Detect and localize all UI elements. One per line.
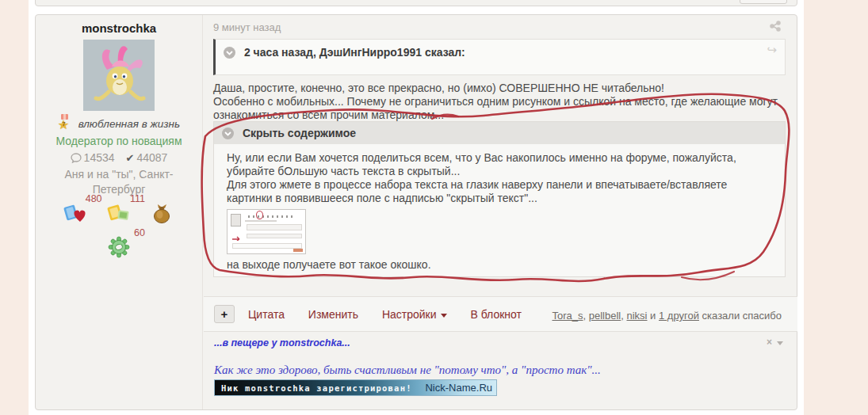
- signature-quote: Как же это здорово, быть счастливым не "…: [214, 364, 601, 377]
- thanks-user-link[interactable]: Tora_s: [553, 310, 583, 322]
- nickname-banner-brand: Nick-Name.Ru: [425, 382, 496, 394]
- forum-page: monstrochka: [0, 0, 868, 415]
- post-body-text: Даша, простите, конечно, это все прекрас…: [213, 82, 798, 122]
- reputation-check-icon: ✔: [126, 152, 135, 164]
- spoiler-paragraph-3: на выходе получаете вот такое окошко.: [227, 258, 772, 272]
- folder-award-count: 111: [130, 193, 145, 204]
- comments-count: 14534: [84, 151, 115, 164]
- nickname-banner-link[interactable]: Ник monstrochka зарегистрирован! Nick-Na…: [214, 379, 497, 396]
- avatar[interactable]: [83, 40, 155, 111]
- quote-toggle-chevron-icon[interactable]: [224, 47, 235, 59]
- signature-area: ...в пещере у monstrochka... × Как же эт…: [204, 331, 797, 409]
- signature-close-icon[interactable]: ×: [767, 337, 772, 348]
- quote-header: 2 часа назад, ДэшИнгНирро1991 сказал:: [224, 46, 465, 59]
- gear-award-icon: 60: [105, 234, 132, 261]
- author-username-link[interactable]: monstrochka: [36, 21, 202, 35]
- thanks-others-link[interactable]: 1 другой: [659, 310, 699, 322]
- share-icon[interactable]: [769, 20, 782, 32]
- quote-reply-arrow-icon[interactable]: ↪: [767, 43, 777, 57]
- member-title-label: влюбленная в жизнь: [78, 118, 181, 130]
- folder-award-icon: 111: [105, 200, 132, 227]
- thanks-user-link[interactable]: niksi: [626, 310, 647, 322]
- notebook-action-link[interactable]: В блокнот: [470, 308, 521, 321]
- options-dropdown[interactable]: Настройки: [382, 308, 447, 321]
- quote-title: 2 часа назад, ДэшИнгНирро1991 сказал:: [244, 46, 465, 59]
- reputation-plus-button[interactable]: +: [214, 305, 235, 323]
- spoiler-block: Скрыть содержимое Ну, или если Вам хочет…: [213, 121, 786, 277]
- thanks-user-link[interactable]: pellbell: [589, 310, 621, 322]
- spoiler-body: Ну, или если Вам хочется поделиться всем…: [214, 144, 785, 276]
- page-background-right: [804, 0, 868, 415]
- awards-row: 480 111: [36, 200, 202, 230]
- member-role: Модератор по новациям: [36, 135, 202, 147]
- previous-post-button-edge: [740, 0, 787, 4]
- forum-post: monstrochka: [35, 14, 797, 410]
- medal-icon: ★ 7: [58, 116, 72, 131]
- spoiler-title: Скрыть содержимое: [243, 127, 356, 139]
- member-location: Аня и на "ты", Санкт- Петербург: [36, 167, 202, 197]
- signature-collapse-icon[interactable]: [777, 341, 783, 345]
- spoiler-header[interactable]: Скрыть содержимое: [214, 122, 785, 144]
- spoiler-paragraph-2: Для этого жмете в процессе набора текста…: [227, 178, 772, 205]
- previous-post-edge: [35, 0, 797, 6]
- post-content: 9 минут назад 2 часа назад, ДэшИнгНирро1…: [204, 15, 797, 409]
- page-background-left: [0, 0, 29, 415]
- spoiler-paragraph-1: Ну, или если Вам хочется поделиться всем…: [227, 151, 772, 178]
- heart-award-count: 480: [86, 193, 102, 204]
- quote-action-link[interactable]: Цитата: [248, 308, 285, 321]
- member-title: ★ 7 влюбленная в жизнь: [36, 116, 202, 131]
- heart-award-icon: 480: [63, 200, 90, 227]
- moneybag-award-icon: [148, 200, 175, 227]
- comments-icon: [71, 153, 82, 163]
- edit-action-link[interactable]: Изменить: [308, 308, 358, 321]
- author-sidebar: monstrochka: [36, 15, 203, 409]
- gear-award-row: 60: [36, 234, 202, 264]
- spoiler-toggle-chevron-icon[interactable]: [222, 128, 234, 139]
- signature-title-link[interactable]: ...в пещере у monstrochka...: [214, 337, 350, 348]
- thumbnail-red-arrow: [231, 235, 244, 241]
- post-controls: + Цитата Изменить Настройки В блокнот To…: [204, 296, 797, 331]
- chevron-down-icon: [441, 314, 447, 318]
- reputation-count: 44087: [136, 151, 167, 164]
- gear-award-count: 60: [134, 227, 145, 238]
- thanks-line: Tora_s, pellbell, niksi и 1 другой сказа…: [553, 310, 782, 322]
- quote-block: 2 часа назад, ДэшИнгНирро1991 сказал: ↪: [213, 39, 786, 75]
- post-timestamp: 9 минут назад: [213, 21, 281, 33]
- nickname-banner-text: Ник monstrochka зарегистрирован!: [215, 383, 412, 393]
- editor-screenshot-thumbnail[interactable]: [227, 209, 306, 254]
- member-stats: 14534✔44087: [36, 151, 202, 164]
